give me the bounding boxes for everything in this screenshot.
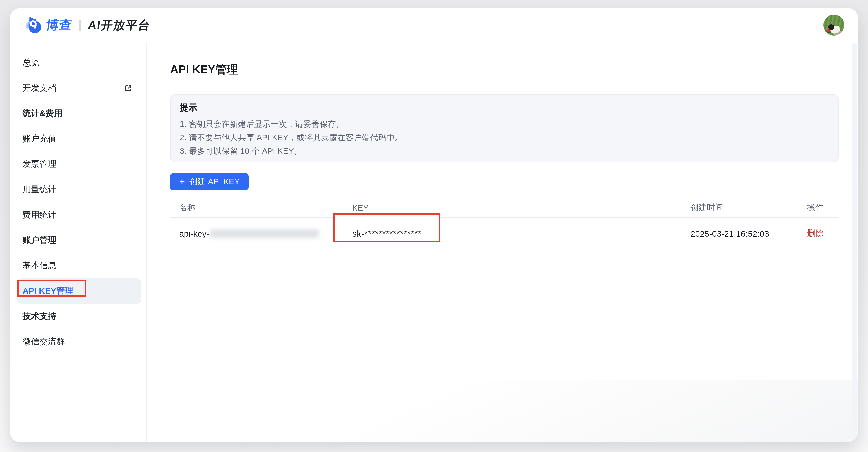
cell-name: api-key- [170, 229, 343, 238]
table-header-row: 名称 KEY 创建时间 操作 [170, 198, 839, 218]
sidebar-item-cost-stats[interactable]: 费用统计 [10, 202, 146, 228]
title-divider [170, 82, 839, 82]
api-key-masked-value: sk-**************** [352, 229, 422, 238]
sidebar-item-label: 总览 [23, 58, 39, 68]
sidebar-section-support: 技术支持 [10, 304, 146, 329]
sidebar-item-overview[interactable]: 总览 [10, 50, 146, 75]
page-title: API KEY管理 [170, 61, 839, 78]
tip-box: 提示 1. 密钥只会在新建后显示一次，请妥善保存。 2. 请不要与他人共享 AP… [170, 94, 839, 162]
sidebar-item-invoices[interactable]: 发票管理 [10, 152, 146, 177]
sidebar-section-account: 账户管理 [10, 228, 146, 253]
plus-icon: + [179, 177, 185, 187]
table-row: api-key- sk-**************** 2025-03-21 … [170, 218, 839, 250]
api-key-table: 名称 KEY 创建时间 操作 api-key- sk-*************… [170, 198, 839, 250]
sidebar-section-stats-fees: 统计&费用 [10, 101, 146, 126]
column-header-actions: 操作 [798, 202, 839, 213]
cell-created-at: 2025-03-21 16:52:03 [681, 229, 798, 238]
cell-key: sk-**************** [343, 229, 681, 239]
user-avatar[interactable] [824, 15, 844, 35]
sidebar-item-label: 费用统计 [23, 209, 56, 220]
column-header-key: KEY [343, 203, 681, 212]
sidebar-section-label: 技术支持 [23, 311, 56, 322]
create-api-key-button[interactable]: + 创建 API KEY [170, 173, 249, 191]
sidebar-item-label: 用量统计 [23, 184, 56, 195]
main-content: API KEY管理 提示 1. 密钥只会在新建后显示一次，请妥善保存。 2. 请… [147, 42, 858, 442]
sidebar-item-api-key[interactable]: API KEY管理 [17, 279, 142, 304]
sidebar-item-docs[interactable]: 开发文档 [10, 75, 146, 101]
tip-item: 2. 请不要与他人共享 API KEY，或将其暴露在客户端代码中。 [180, 131, 829, 144]
scrollbar-track[interactable] [852, 43, 857, 441]
sidebar: 总览 开发文档 统计&费用 账户充值 [10, 42, 147, 442]
sidebar-item-usage-stats[interactable]: 用量统计 [10, 177, 146, 202]
redacted-name-blur [211, 229, 319, 238]
sidebar-item-basic-info[interactable]: 基本信息 [10, 253, 146, 279]
delete-link[interactable]: 删除 [807, 228, 824, 238]
tip-title: 提示 [180, 102, 829, 114]
app-header: 博查 AI开放平台 [10, 8, 858, 42]
sidebar-item-label: 微信交流群 [23, 336, 65, 347]
app-window: 博查 AI开放平台 总览 开发文档 [10, 8, 858, 442]
tip-item: 1. 密钥只会在新建后显示一次，请妥善保存。 [180, 117, 829, 131]
brand: 博查 AI开放平台 [27, 17, 151, 34]
sidebar-section-label: 统计&费用 [23, 108, 63, 119]
screen: 博查 AI开放平台 总览 开发文档 [0, 0, 868, 452]
column-header-name: 名称 [170, 202, 343, 213]
sidebar-item-label: 发票管理 [23, 159, 56, 170]
sidebar-item-label: 账户充值 [23, 134, 56, 144]
create-api-key-label: 创建 API KEY [189, 176, 240, 187]
sidebar-item-recharge[interactable]: 账户充值 [10, 126, 146, 152]
external-link-icon [124, 84, 132, 92]
sidebar-item-wechat-group[interactable]: 微信交流群 [10, 329, 146, 355]
sidebar-section-label: 账户管理 [23, 235, 56, 246]
cell-actions: 删除 [798, 228, 839, 239]
tip-item: 3. 最多可以保留 10 个 API KEY。 [180, 144, 829, 158]
brand-name: 博查 [45, 17, 73, 34]
sidebar-item-label: API KEY管理 [23, 286, 73, 296]
sidebar-item-label: 开发文档 [23, 83, 56, 94]
platform-title: AI开放平台 [87, 17, 152, 33]
sidebar-item-label: 基本信息 [23, 260, 56, 271]
api-key-name-prefix: api-key- [179, 229, 209, 238]
column-header-created: 创建时间 [681, 202, 798, 213]
bocha-logo-icon [27, 18, 41, 33]
brand-divider [80, 20, 81, 31]
